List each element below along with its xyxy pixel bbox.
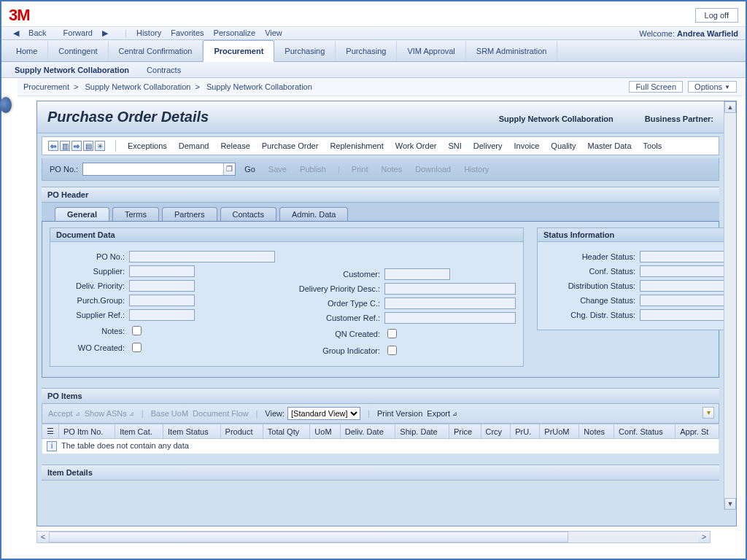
subtab-contracts[interactable]: Contracts [138,63,190,77]
col-12[interactable]: Notes [579,424,614,439]
fld-chstatus[interactable] [640,295,724,306]
col-3[interactable]: Product [220,424,263,439]
col-7[interactable]: Ship. Date [395,424,449,439]
col-11[interactable]: PrUoM [540,424,579,439]
menu-quality[interactable]: Quality [551,141,576,150]
col-2[interactable]: Item Status [163,424,221,439]
crumb-1[interactable]: Procurement [23,82,69,91]
tab-home[interactable]: Home [6,41,48,61]
tab-srm-administration[interactable]: SRM Administration [466,41,558,61]
tab-contingent[interactable]: Contingent [48,41,108,61]
menu-release[interactable]: Release [220,141,249,150]
scroll-left-icon[interactable]: < [37,532,49,542]
po-items-table: ☰ PO Itm No. Item Cat. Item Status Produ… [42,424,719,454]
lbl-purch: Purch.Group: [58,296,129,305]
view-link[interactable]: View [265,28,282,37]
fld-supplier[interactable] [129,265,195,277]
chk-gi[interactable] [387,346,397,355]
tab-central-confirmation[interactable]: Central Confirmation [109,41,204,61]
menu-work-order[interactable]: Work Order [395,141,437,150]
show-asns-button: Show ASNs ⊿ [85,409,134,418]
fld-cref[interactable] [384,312,516,324]
menu-exceptions[interactable]: Exceptions [128,141,167,150]
app-menubar: ⇦ ▥ ⇨ ▤ ✳ Exceptions Demand Release Purc… [42,136,719,155]
col-4[interactable]: Total Qty [263,424,310,439]
col-5[interactable]: UoM [310,424,340,439]
nav-refresh-icon[interactable]: ✳ [95,141,105,151]
menu-sni[interactable]: SNI [448,141,461,150]
crumb-2[interactable]: Supply Network Collaboration [85,82,190,91]
menu-tools[interactable]: Tools [643,141,662,150]
tab-purchasing-2[interactable]: Purchasing [336,41,397,61]
view-label: View: [265,409,285,418]
col-14[interactable]: Appr. St [676,424,719,439]
filter-icon[interactable]: ▾ [703,407,714,419]
col-1[interactable]: Item Cat. [115,424,163,439]
chk-wo[interactable] [132,343,142,352]
tab-procurement[interactable]: Procurement [203,40,274,62]
logoff-button[interactable]: Log off [695,8,738,23]
fld-dstatus[interactable] [640,280,724,292]
htab-admin[interactable]: Admin. Data [279,207,349,221]
view-select[interactable]: [Standard View] [287,407,360,420]
fld-otc[interactable] [384,298,516,309]
chk-notes[interactable] [132,326,142,335]
htab-terms[interactable]: Terms [112,207,159,221]
chk-qn[interactable] [387,329,397,338]
fld-purch[interactable] [129,295,195,306]
nav-back-icon[interactable]: ⇦ [48,141,58,151]
scroll-down-icon[interactable]: ▼ [724,498,736,510]
lbl-deliv: Deliv. Priority: [58,281,129,290]
nav-home-icon[interactable]: ▥ [60,141,70,151]
fld-deliv[interactable] [129,280,195,292]
fld-pono[interactable] [129,251,275,262]
menu-replenishment[interactable]: Replenishment [330,141,383,150]
col-10[interactable]: PrU. [511,424,540,439]
htab-partners[interactable]: Partners [162,207,217,221]
col-9[interactable]: Crcy [481,424,511,439]
empty-text: The table does not contain any data [61,441,189,450]
fld-customer[interactable] [384,268,450,280]
htab-general[interactable]: General [55,207,109,221]
crumb-3[interactable]: Supply Network Collaboration [206,82,312,91]
fld-cstatus[interactable] [640,265,724,277]
fld-cdstatus[interactable] [640,309,724,321]
history-link[interactable]: History [136,28,161,37]
vertical-scrollbar[interactable]: ▲ ▼ [724,101,736,510]
favorites-link[interactable]: Favorites [171,28,204,37]
menu-master-data[interactable]: Master Data [588,141,632,150]
personalize-link[interactable]: Personalize [214,28,255,37]
lbl-qn: QN Created: [290,330,384,338]
options-button[interactable]: Options ▼ [688,81,737,93]
tab-vim-approval[interactable]: VIM Approval [397,41,465,61]
col-6[interactable]: Deliv. Date [340,424,395,439]
fld-dpd[interactable] [384,283,516,295]
document-data-title: Document Data [50,228,524,241]
col-13[interactable]: Conf. Status [614,424,676,439]
fld-hstatus[interactable] [640,251,724,262]
nav-fav-icon[interactable]: ▤ [83,141,93,151]
scroll-right-icon[interactable]: > [698,532,710,542]
nav-fwd-icon[interactable]: ⇨ [71,141,82,151]
go-button[interactable]: Go [244,165,255,174]
back-link[interactable]: ◀ Back [13,28,54,37]
welcome-text: Welcome: Andrea Warfield [639,29,738,38]
print-version-button[interactable]: Print Version [377,409,422,418]
subtab-snc[interactable]: Supply Network Collaboration [6,63,138,77]
pono-valuehelp-icon[interactable]: ❐ [223,163,235,175]
menu-purchase-order[interactable]: Purchase Order [262,141,319,150]
htab-contacts[interactable]: Contacts [220,207,276,221]
scroll-up-icon[interactable]: ▲ [724,101,736,113]
menu-delivery[interactable]: Delivery [473,141,503,150]
col-selector-icon[interactable]: ☰ [42,424,59,439]
full-screen-button[interactable]: Full Screen [629,81,683,93]
tab-purchasing-1[interactable]: Purchasing [274,41,336,61]
col-0[interactable]: PO Itm No. [59,424,115,439]
fld-sref[interactable] [129,309,195,321]
col-8[interactable]: Price [449,424,481,439]
menu-invoice[interactable]: Invoice [514,141,540,150]
export-button[interactable]: Export ⊿ [427,409,457,418]
horizontal-scrollbar[interactable]: < > [36,531,711,543]
menu-demand[interactable]: Demand [179,141,209,150]
pono-input[interactable] [82,163,236,176]
